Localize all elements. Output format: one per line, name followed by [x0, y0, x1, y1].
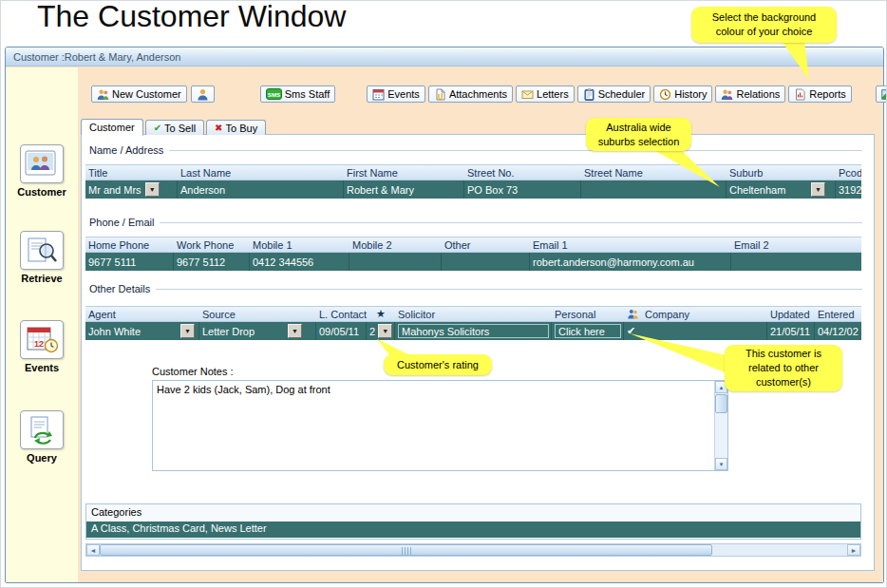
source-cell[interactable]: Letter Drop▼: [199, 322, 316, 340]
mobile-2-cell[interactable]: [349, 253, 442, 271]
email-1-cell[interactable]: robert.anderson@harmony.com.au: [530, 253, 731, 271]
horizontal-scrollbar[interactable]: ◄ ►: [85, 543, 861, 557]
categories-value[interactable]: A Class, Christmas Card, News Letter: [86, 522, 860, 538]
col-first-name: First Name: [344, 167, 464, 179]
suburb-dropdown-button[interactable]: ▼: [811, 182, 825, 197]
related-check-icon: ✔: [627, 325, 635, 337]
report-icon: [794, 88, 806, 101]
new-customer-icon: [97, 88, 109, 101]
notes-scrollbar-thumb[interactable]: [715, 394, 727, 413]
last-contact-cell[interactable]: 09/05/11: [316, 322, 367, 340]
col-company: Company: [624, 309, 767, 320]
tab-to-sell[interactable]: ✔To Sell: [145, 120, 204, 135]
callout-background-colour: Select the background colour of your cho…: [691, 7, 837, 43]
letters-button[interactable]: Letters: [516, 85, 575, 103]
sidebar-item-label: Retrieve: [6, 273, 78, 284]
rating-star-icon: ★: [367, 308, 395, 320]
customer-photo-icon: [20, 144, 64, 183]
query-refresh-icon: [20, 410, 64, 449]
main-area: New Customer SMS Sms Staff Events: [78, 67, 883, 582]
cross-icon: ✖: [215, 123, 222, 133]
customer-notes-box[interactable]: Have 2 kids (Jack, Sam), Dog at front ▲ …: [152, 380, 728, 471]
other-details-table: Agent Source L. Contact ★ Solicitor Pers…: [85, 306, 861, 340]
notes-scrollbar[interactable]: ▲ ▼: [714, 381, 727, 470]
title-cell[interactable]: Mr and Mrs▼: [85, 180, 178, 199]
col-home-phone: Home Phone: [85, 239, 174, 251]
customer-window: Customer :Robert & Mary, Anderson Custom…: [5, 47, 884, 583]
suburb-cell[interactable]: Cheltenham▼: [727, 180, 836, 199]
new-customer-button[interactable]: New Customer: [91, 85, 187, 103]
envelope-icon: [521, 88, 534, 101]
sms-icon: SMS: [266, 88, 282, 100]
company-related-cell[interactable]: ✔: [624, 322, 767, 340]
attachments-button[interactable]: Attachments: [428, 85, 513, 103]
home-phone-cell[interactable]: 9677 5111: [85, 253, 174, 271]
svg-text:12: 12: [34, 339, 44, 349]
window-titlebar: Customer :Robert & Mary, Anderson: [6, 47, 883, 66]
name-address-row: Mr and Mrs▼ Anderson Robert & Mary PO Bo…: [85, 180, 861, 199]
company-people-icon: [627, 309, 639, 319]
reports-button[interactable]: Reports: [788, 85, 852, 103]
customer-picker-button[interactable]: [191, 85, 215, 103]
sidebar-item-label: Query: [6, 452, 78, 464]
window-title: Customer :Robert & Mary, Anderson: [13, 51, 180, 63]
sidebar-item-label: Events: [6, 362, 78, 373]
street-no-cell[interactable]: PO Box 73: [464, 180, 581, 199]
entered-cell: 04/12/02: [815, 322, 861, 340]
sidebar-item-label: Customer: [6, 186, 78, 198]
rating-cell[interactable]: 2▼: [367, 322, 395, 340]
scroll-down-arrow-icon[interactable]: ▼: [715, 458, 727, 470]
col-work-phone: Work Phone: [174, 239, 250, 251]
retrieve-magnifier-icon: [20, 231, 64, 270]
col-mobile-1: Mobile 1: [250, 239, 349, 251]
sidebar-item-events[interactable]: 12 Events: [6, 320, 78, 373]
title-dropdown-button[interactable]: ▼: [145, 182, 160, 197]
page: The Customer Window Select the backgroun…: [0, 0, 887, 588]
email-2-cell[interactable]: [731, 253, 861, 271]
last-name-cell[interactable]: Anderson: [178, 180, 344, 199]
col-updated: Updated: [767, 309, 815, 320]
sidebar-item-query[interactable]: Query: [6, 410, 78, 464]
background-colour-button[interactable]: [876, 85, 887, 103]
solicitor-cell[interactable]: Mahonys Solicitors: [395, 322, 552, 340]
scroll-right-arrow-icon[interactable]: ►: [847, 544, 860, 556]
relations-button[interactable]: Relations: [715, 85, 785, 103]
rating-dropdown-button[interactable]: ▼: [378, 324, 392, 338]
first-name-cell[interactable]: Robert & Mary: [344, 180, 464, 199]
work-phone-cell[interactable]: 9677 5112: [174, 253, 250, 271]
sms-staff-button[interactable]: SMS Sms Staff: [260, 85, 335, 103]
tab-customer[interactable]: Customer: [81, 119, 143, 136]
street-name-cell[interactable]: [581, 180, 727, 199]
history-button[interactable]: History: [653, 85, 712, 103]
customer-notes-text[interactable]: Have 2 kids (Jack, Sam), Dog at front: [157, 384, 710, 395]
svg-text:SMS: SMS: [268, 91, 280, 98]
sidebar-item-retrieve[interactable]: Retrieve: [6, 231, 78, 284]
other-phone-cell[interactable]: [442, 253, 530, 271]
col-solicitor: Solicitor: [395, 309, 552, 320]
scheduler-button[interactable]: Scheduler: [577, 85, 651, 103]
chevron-down-icon: ▼: [149, 186, 156, 193]
mobile-1-cell[interactable]: 0412 344556: [250, 253, 349, 271]
scrollbar-grip-icon: [402, 547, 411, 555]
clock-icon: [659, 88, 671, 101]
phone-email-row: 9677 5111 9677 5112 0412 344556 robert.a…: [85, 253, 861, 271]
agent-dropdown-button[interactable]: ▼: [180, 324, 195, 338]
toolbar: New Customer SMS Sms Staff Events: [78, 84, 883, 104]
personal-cell[interactable]: Click here: [552, 322, 624, 340]
events-button[interactable]: Events: [367, 85, 425, 103]
picture-icon: [881, 88, 887, 101]
horizontal-scrollbar-thumb[interactable]: [100, 544, 712, 556]
callout-suburbs: Australia wide suburbs selection: [586, 118, 691, 151]
pcod-cell[interactable]: 3192: [836, 180, 861, 199]
agent-cell[interactable]: John White▼: [85, 322, 199, 340]
events-calendar-icon: 12: [20, 320, 64, 359]
name-address-table: Title Last Name First Name Street No. St…: [85, 164, 861, 199]
check-icon: ✔: [154, 123, 161, 133]
col-title: Title: [85, 167, 178, 179]
tab-to-buy[interactable]: ✖To Buy: [206, 120, 266, 135]
phone-email-table: Home Phone Work Phone Mobile 1 Mobile 2 …: [85, 237, 861, 271]
sidebar-item-customer[interactable]: Customer: [6, 144, 78, 198]
tab-bar: Customer ✔To Sell ✖To Buy: [81, 118, 268, 135]
scroll-left-arrow-icon[interactable]: ◄: [86, 544, 100, 556]
source-dropdown-button[interactable]: ▼: [288, 324, 302, 338]
